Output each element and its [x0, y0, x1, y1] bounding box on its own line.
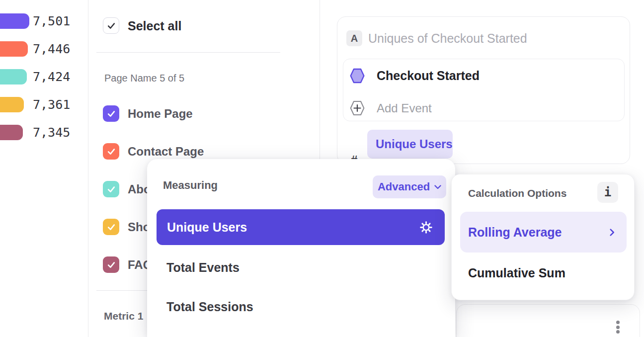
advanced-mode-label: Advanced — [378, 180, 430, 193]
measuring-menu-title: Measuring — [163, 179, 218, 192]
list-item-label[interactable]: Home Page — [128, 105, 193, 122]
add-event-label[interactable]: Add Event — [377, 100, 432, 116]
checkbox-contact-page[interactable] — [103, 143, 119, 160]
menu-option-label: Rolling Average — [468, 225, 562, 240]
menu-option-total-sessions[interactable]: Total Sessions — [166, 299, 253, 314]
legend-panel-divider — [88, 0, 88, 337]
checkbox-shop-page[interactable] — [103, 219, 119, 235]
checkbox-faq-page[interactable] — [103, 256, 119, 273]
menu-option-label: Unique Users — [167, 220, 247, 235]
chart-title-input[interactable]: Uniques of Checkout Started — [368, 30, 527, 46]
event-block: Checkout Started Add Event — [343, 59, 625, 121]
measuring-menu: Measuring Advanced Unique Users — [147, 159, 455, 337]
checkmark-icon — [106, 260, 116, 270]
chevron-down-icon — [434, 185, 441, 189]
checkmark-icon — [106, 184, 116, 194]
legend-value: 7,345 — [33, 125, 70, 140]
select-all-label: Select all — [128, 17, 181, 34]
calculation-options-title: Calculation Options — [468, 187, 566, 199]
menu-option-cumulative-sum[interactable]: Cumulative Sum — [468, 265, 565, 280]
legend-value: 7,446 — [33, 41, 70, 57]
info-glyph: i — [604, 185, 611, 199]
event-definition-card: A Uniques of Checkout Started Checkout S… — [337, 16, 630, 164]
legend-color-bar — [0, 41, 28, 57]
calculation-options-menu: Calculation Options i Rolling Average Cu… — [451, 174, 635, 300]
checkbox-home-page[interactable] — [103, 105, 119, 122]
menu-option-rolling-average[interactable]: Rolling Average — [460, 212, 627, 253]
menu-option-total-events[interactable]: Total Events — [166, 260, 240, 275]
legend-value: 7,501 — [33, 13, 70, 29]
series-badge: A — [346, 30, 362, 46]
legend-color-bar — [0, 97, 24, 112]
menu-option-unique-users[interactable]: Unique Users — [157, 209, 445, 245]
event-name[interactable]: Checkout Started — [377, 68, 480, 84]
measure-dropdown-value: Unique Users — [376, 137, 453, 151]
kebab-menu-icon[interactable] — [609, 316, 627, 337]
measure-dropdown[interactable]: Unique Users — [367, 130, 453, 159]
legend-color-bar — [0, 125, 23, 140]
checkmark-icon — [106, 222, 116, 232]
legend-color-bar — [0, 13, 29, 29]
legend-value: 7,424 — [33, 69, 70, 84]
metric-section-label: Metric 1 — [104, 310, 143, 322]
section-divider — [96, 52, 280, 53]
advanced-mode-dropdown[interactable]: Advanced — [373, 175, 446, 198]
chevron-right-icon — [610, 229, 615, 236]
gear-icon[interactable] — [419, 221, 433, 234]
legend-color-bar — [0, 69, 27, 84]
checkmark-icon — [106, 109, 116, 119]
legend-value: 7,361 — [33, 97, 70, 112]
secondary-card — [456, 304, 640, 337]
select-all-checkbox[interactable] — [103, 17, 119, 34]
info-icon[interactable]: i — [597, 182, 618, 203]
list-item-label[interactable]: Contact Page — [128, 143, 204, 160]
checkmark-icon — [106, 21, 116, 31]
add-event-icon[interactable] — [350, 100, 365, 116]
analytics-screen: 7,501 7,446 7,424 7,361 7,345 Select all — [0, 0, 644, 337]
checkbox-about-page[interactable] — [103, 181, 119, 197]
group-by-label: Page Name 5 of 5 — [104, 73, 184, 84]
event-hexagon-icon — [350, 68, 365, 84]
checkmark-icon — [106, 147, 116, 157]
